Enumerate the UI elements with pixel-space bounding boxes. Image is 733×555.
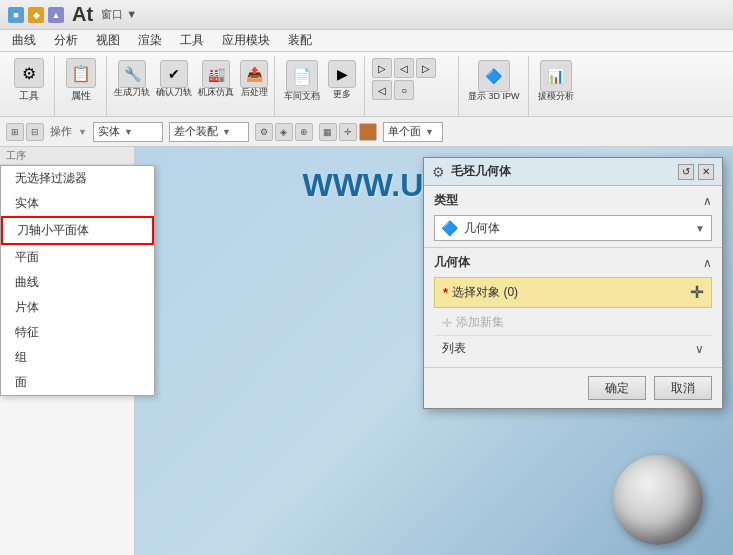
caozuo-arrow: ▼ xyxy=(78,127,87,137)
app-icon-1: ■ xyxy=(8,7,24,23)
menu-fenxi[interactable]: 分析 xyxy=(46,30,86,51)
display-btn-5[interactable]: ○ xyxy=(394,80,414,100)
type-dropdown-arrow: ▼ xyxy=(124,127,133,137)
bomofenxi-label: 拔模分析 xyxy=(538,92,574,102)
main-toolbar: ⚙ 工具 📋 属性 🔧 生成刀轨 ✔ 确认刀轨 🏭 机床仿真 📤 后处理 📄 xyxy=(0,52,733,117)
sub-icon-2[interactable]: ⊟ xyxy=(26,123,44,141)
assembly-dropdown[interactable]: 差个装配 ▼ xyxy=(169,122,249,142)
filter-icon-2[interactable]: ◈ xyxy=(275,123,293,141)
app-icon-2: ◆ xyxy=(28,7,44,23)
filter-icon-3[interactable]: ⊕ xyxy=(295,123,313,141)
select-object-row[interactable]: * 选择对象 (0) ✛ xyxy=(434,277,712,308)
dialog-geometry-section: 几何体 ∧ * 选择对象 (0) ✛ ✛ 添加新集 xyxy=(424,248,722,367)
menu-zhuangpei[interactable]: 装配 xyxy=(280,30,320,51)
dialog-type-dropdown-icon: 🔷 xyxy=(441,220,458,236)
menu-item-sheet[interactable]: 片体 xyxy=(1,295,154,320)
assembly-dropdown-arrow: ▼ xyxy=(222,127,231,137)
dialog-geometry-label: 几何体 xyxy=(434,254,470,271)
menu-item-knife-face[interactable]: 刀轴小平面体 xyxy=(1,216,154,245)
add-set-icon: ✛ xyxy=(442,316,452,330)
menu-item-solid[interactable]: 实体 xyxy=(1,191,154,216)
confirm-button[interactable]: 确定 xyxy=(588,376,646,400)
dialog-type-dropdown[interactable]: 🔷 几何体 ▼ xyxy=(434,215,712,241)
shengdaoju-label: 生成刀轨 xyxy=(114,88,150,98)
select-required-star: * xyxy=(443,285,448,300)
select-object-label: 选择对象 (0) xyxy=(452,284,518,301)
list-row[interactable]: 列表 ∨ xyxy=(434,335,712,361)
sub-toolbar-left-icons: ⊞ ⊟ xyxy=(6,123,44,141)
add-set-row: ✛ 添加新集 xyxy=(434,312,712,335)
chejian-label: 车间文档 xyxy=(284,92,320,102)
gongju-label: 工具 xyxy=(19,89,39,103)
menu-gongju[interactable]: 工具 xyxy=(172,30,212,51)
dialog-type-chevron[interactable]: ∧ xyxy=(703,194,712,208)
assembly-dropdown-value: 差个装配 xyxy=(174,124,218,139)
menu-item-plane[interactable]: 平面 xyxy=(1,245,154,270)
gongxu-label: 工序 xyxy=(6,149,26,163)
select-object-crosshair-icon[interactable]: ✛ xyxy=(690,283,703,302)
canvas-area: WWW.UGNX.NET ◁ ⚙ 毛坯几何体 ↺ ✕ 类型 ∧ xyxy=(135,147,733,555)
menu-item-group[interactable]: 组 xyxy=(1,345,154,370)
xianshi3dipw-label: 显示 3D IPW xyxy=(468,92,520,102)
dialog-footer: 确定 取消 xyxy=(424,367,722,408)
queren-btn[interactable]: ✔ 确认刀轨 xyxy=(154,58,194,100)
jiqifangzhen-label: 机床仿真 xyxy=(198,88,234,98)
dialog-type-header: 类型 ∧ xyxy=(434,192,712,209)
icon-grid[interactable]: ▦ xyxy=(319,123,337,141)
menu-item-feature[interactable]: 特征 xyxy=(1,320,154,345)
display-btn-2[interactable]: ◁ xyxy=(394,58,414,78)
icon-cross[interactable]: ✛ xyxy=(339,123,357,141)
gengduo-label: 更多 xyxy=(333,88,351,101)
menu-quxian[interactable]: 曲线 xyxy=(4,30,44,51)
single-dropdown[interactable]: 单个面 ▼ xyxy=(383,122,443,142)
dialog-type-section: 类型 ∧ 🔷 几何体 ▼ xyxy=(424,186,722,247)
chejian-btn[interactable]: 📄 车间文档 xyxy=(282,58,322,104)
dialog-type-dropdown-value: 几何体 xyxy=(464,220,500,237)
type-dropdown-value: 实体 xyxy=(98,124,120,139)
bomofenxi-btn[interactable]: 📊 拔模分析 xyxy=(536,58,576,104)
gengduo-btn[interactable]: ▶ 更多 xyxy=(326,58,358,103)
menu-xuanran[interactable]: 渲染 xyxy=(130,30,170,51)
dialog-refresh-btn[interactable]: ↺ xyxy=(678,164,694,180)
menu-shitu[interactable]: 视图 xyxy=(88,30,128,51)
shuxing-btn[interactable]: 📋 属性 xyxy=(62,56,100,105)
add-set-label: 添加新集 xyxy=(456,314,504,331)
cancel-button[interactable]: 取消 xyxy=(654,376,712,400)
list-label: 列表 xyxy=(442,340,466,357)
caozuo-label: 操作 xyxy=(50,124,72,139)
houchuli-btn[interactable]: 📤 后处理 xyxy=(238,58,270,100)
app-icon-3: ▲ xyxy=(48,7,64,23)
3d-shape xyxy=(613,455,703,545)
sub-icon-1[interactable]: ⊞ xyxy=(6,123,24,141)
dialog-geometry-header: 几何体 ∧ xyxy=(434,254,712,271)
menu-yingyong[interactable]: 应用模块 xyxy=(214,30,278,51)
dialog-type-label: 类型 xyxy=(434,192,458,209)
houchuli-label: 后处理 xyxy=(241,88,268,98)
menu-item-no-filter[interactable]: 无选择过滤器 xyxy=(1,166,154,191)
display-btn-1[interactable]: ▷ xyxy=(372,58,392,78)
icon-color[interactable] xyxy=(359,123,377,141)
shuxing-label: 属性 xyxy=(71,89,91,103)
gongju-btn[interactable]: ⚙ 工具 xyxy=(10,56,48,105)
sub-toolbar: ⊞ ⊟ 操作 ▼ 实体 ▼ 差个装配 ▼ ⚙ ◈ ⊕ ▦ ✛ 单个面 ▼ xyxy=(0,117,733,147)
maopaijheti-dialog: ⚙ 毛坯几何体 ↺ ✕ 类型 ∧ 🔷 几何体 ▼ xyxy=(423,157,723,409)
dialog-geometry-chevron[interactable]: ∧ xyxy=(703,256,712,270)
filter-icon-1[interactable]: ⚙ xyxy=(255,123,273,141)
single-dropdown-arrow: ▼ xyxy=(425,127,434,137)
type-filter-dropdown-menu: 无选择过滤器 实体 刀轴小平面体 平面 曲线 片体 特征 组 面 xyxy=(0,165,155,396)
left-sidebar: 工序 无选择过滤器 实体 刀轴小平面体 平面 曲线 片体 特征 组 面 ECE xyxy=(0,147,135,555)
dialog-close-btn[interactable]: ✕ xyxy=(698,164,714,180)
jiqifangzhen-btn[interactable]: 🏭 机床仿真 xyxy=(196,58,236,100)
xianshi3dipw-btn[interactable]: 🔷 显示 3D IPW xyxy=(466,58,522,104)
dialog-settings-icon: ⚙ xyxy=(432,164,445,180)
at-label: At xyxy=(72,3,93,26)
list-chevron[interactable]: ∨ xyxy=(695,342,704,356)
type-dropdown[interactable]: 实体 ▼ xyxy=(93,122,163,142)
menu-item-curve[interactable]: 曲线 xyxy=(1,270,154,295)
menu-item-face[interactable]: 面 xyxy=(1,370,154,395)
display-btn-4[interactable]: ◁ xyxy=(372,80,392,100)
dialog-type-dropdown-arrow: ▼ xyxy=(695,223,705,234)
shengdaoju-btn[interactable]: 🔧 生成刀轨 xyxy=(112,58,152,100)
display-btn-3[interactable]: ▷ xyxy=(416,58,436,78)
window-menu-icon[interactable]: 窗口 ▼ xyxy=(101,7,137,22)
